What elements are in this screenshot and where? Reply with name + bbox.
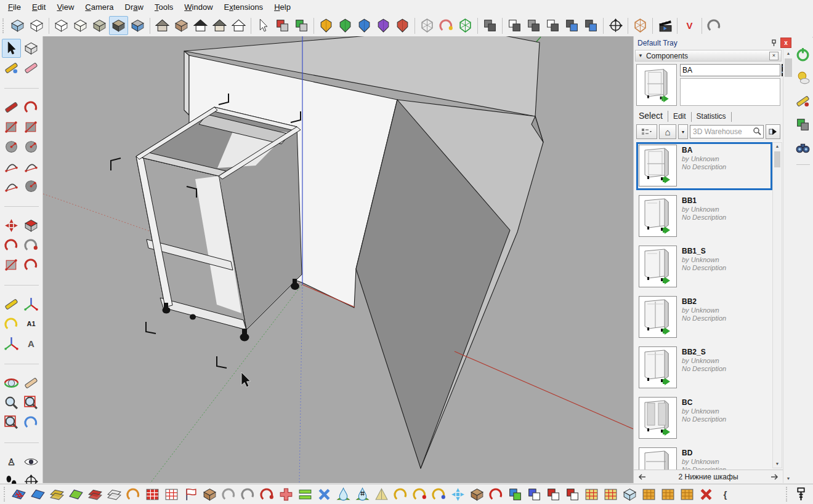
shadows-sun-icon[interactable] <box>793 68 812 87</box>
toolbar-grip[interactable] <box>2 18 6 33</box>
cabinet-model[interactable] <box>136 107 302 342</box>
component-item-BB1[interactable]: BB1by UnknownNo Description <box>636 193 772 241</box>
surface-green-icon[interactable] <box>67 485 86 504</box>
plugin-power-icon[interactable] <box>793 45 812 64</box>
animation-clapper-icon[interactable] <box>655 16 674 35</box>
cross-blue-icon[interactable] <box>315 485 334 504</box>
grid-hash-blue-icon[interactable] <box>9 485 28 504</box>
house-outline-icon[interactable] <box>229 16 248 35</box>
line-tool-icon[interactable] <box>2 98 21 117</box>
binoculars-icon[interactable] <box>793 138 812 158</box>
surface-gold-stack-icon[interactable] <box>47 485 67 504</box>
surface-blue-icon[interactable] <box>28 485 47 504</box>
pie-tool-icon[interactable] <box>22 177 41 196</box>
tab-edit[interactable]: Edit <box>668 112 692 122</box>
text-tool-icon[interactable]: A1 <box>22 314 41 334</box>
tray-scroll-down-icon[interactable]: ▼ <box>787 475 791 482</box>
view-front-icon[interactable] <box>355 16 374 35</box>
freehand-tool-icon[interactable] <box>22 98 41 117</box>
camera-export-icon[interactable] <box>793 115 812 134</box>
paint-bucket-icon[interactable] <box>2 58 21 78</box>
home-icon-button[interactable]: ⌂ <box>659 124 676 139</box>
component-name-input[interactable] <box>680 64 780 76</box>
search-icon[interactable] <box>753 127 762 138</box>
rotate-tool-icon[interactable] <box>2 236 21 255</box>
cube-points-blue-icon[interactable] <box>620 485 639 504</box>
undo-red-icon[interactable] <box>487 485 506 504</box>
view-right-icon[interactable] <box>374 16 393 35</box>
cube-rotate-red-2-icon[interactable] <box>563 485 582 504</box>
wood-texture-icon[interactable] <box>631 16 650 35</box>
tab-select[interactable]: Select <box>637 111 668 122</box>
home-dark-icon[interactable] <box>191 16 210 35</box>
horseshoe-dashed-gold-icon[interactable] <box>429 485 448 504</box>
rectangle-tool-icon[interactable] <box>2 118 21 137</box>
style-xray-icon[interactable] <box>8 16 27 35</box>
axes-tool-icon[interactable] <box>2 334 21 353</box>
zoom-window-tool-icon[interactable] <box>22 393 41 412</box>
tray-scrollbar-thumb[interactable] <box>785 58 792 77</box>
drop-green-icon[interactable] <box>334 485 353 504</box>
view-3d-house-icon[interactable] <box>153 16 172 35</box>
eraser-icon[interactable] <box>22 58 41 78</box>
cube-rotate-red-icon[interactable] <box>544 485 563 504</box>
home-dropdown-arrow[interactable]: ▼ <box>678 124 688 139</box>
select-tool-icon[interactable] <box>2 39 21 58</box>
component-item-BB2[interactable]: BB2by UnknownNo Description <box>636 294 772 342</box>
grid16-orange-icon[interactable] <box>678 485 697 504</box>
hook-gray-icon[interactable] <box>238 485 257 504</box>
pipe-gray-icon[interactable] <box>219 485 238 504</box>
view-back-icon[interactable] <box>393 16 412 35</box>
solid-trim-icon[interactable] <box>562 16 581 35</box>
component-item-BA[interactable]: BAby UnknownNo Description <box>636 142 772 190</box>
viewport-canvas[interactable] <box>43 36 633 483</box>
square-corner-red-icon[interactable] <box>143 485 162 504</box>
sandbox-rock-icon[interactable] <box>418 16 437 35</box>
push-pull-tool-icon[interactable] <box>22 216 41 235</box>
component-edit-red-icon[interactable] <box>273 16 292 35</box>
solid-split-icon[interactable] <box>581 16 601 35</box>
menu-item-camera[interactable]: Camera <box>79 1 119 14</box>
drop-hash-green-icon[interactable] <box>353 485 372 504</box>
move-tool-icon[interactable] <box>2 216 21 235</box>
arc-bend-tool-icon[interactable] <box>705 16 724 35</box>
curve-ball-icon[interactable] <box>437 16 456 35</box>
quads-yellow-arrows-icon[interactable] <box>601 485 620 504</box>
menu-item-extensions[interactable]: Extensions <box>219 1 269 14</box>
navigate-forward-button[interactable] <box>766 124 780 139</box>
circle-tool-icon[interactable] <box>2 137 21 156</box>
menu-item-tools[interactable]: Tools <box>149 1 179 14</box>
components-close-button[interactable]: × <box>769 52 779 60</box>
look-around-tool-icon[interactable] <box>22 452 41 471</box>
offset-tool-icon[interactable] <box>22 255 41 274</box>
select-hand-icon[interactable] <box>254 16 273 35</box>
horseshoe-gold-icon[interactable] <box>391 485 410 504</box>
cross-red-icon[interactable] <box>277 485 296 504</box>
menu-item-view[interactable]: View <box>51 1 79 14</box>
move-star-blue-icon[interactable] <box>448 485 467 504</box>
scale-tool-icon[interactable] <box>2 255 21 274</box>
tab-statistics[interactable]: Statistics <box>692 112 732 122</box>
clamp-tool-icon[interactable] <box>791 485 811 504</box>
hatch-orange-icon[interactable] <box>639 485 658 504</box>
house-flat-roof-icon[interactable] <box>210 16 229 35</box>
component-item-BB2_S[interactable]: BB2_Sby UnknownNo Description <box>636 344 772 392</box>
curve-x-gold-icon[interactable] <box>410 485 429 504</box>
vray-render-icon[interactable]: V <box>680 16 699 35</box>
style-hidden-line-icon[interactable] <box>71 16 90 35</box>
component-item-BC[interactable]: BCby UnknownNo Description <box>636 394 772 442</box>
arc-tool-icon[interactable] <box>2 157 21 176</box>
pan-tool-icon[interactable] <box>22 374 41 393</box>
style-wireframe-icon[interactable] <box>52 16 71 35</box>
component-item-BD[interactable]: BDby UnknownNo Description <box>636 445 772 470</box>
tape-measure-icon[interactable] <box>2 295 21 314</box>
toolbar-grip[interactable] <box>786 487 789 502</box>
3d-text-tool-icon[interactable]: A <box>22 334 41 353</box>
zoom-extents-tool-icon[interactable] <box>2 413 21 432</box>
axes-compass-icon[interactable] <box>606 16 625 35</box>
frame-yellow-red-icon[interactable] <box>582 485 601 504</box>
zoom-tool-icon[interactable] <box>2 393 21 412</box>
blocks-green-arrow-icon[interactable] <box>506 485 525 504</box>
component-list-scrollbar[interactable]: ▲ ▼ <box>772 142 782 468</box>
position-camera-tool-icon[interactable]: ♙ <box>2 452 21 471</box>
